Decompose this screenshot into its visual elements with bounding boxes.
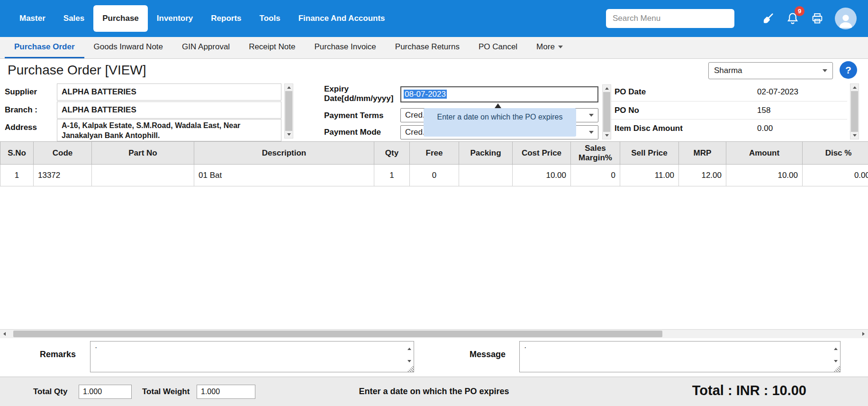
remarks-label: Remarks bbox=[40, 350, 76, 360]
po-no-value: 158 bbox=[757, 106, 770, 115]
supplier-panel-scrollbar[interactable] bbox=[284, 83, 293, 138]
payment-panel-scrollbar[interactable] bbox=[602, 84, 611, 139]
scroll-left-icon[interactable] bbox=[0, 330, 9, 338]
col-header-sell-price: Sell Price bbox=[620, 142, 679, 165]
scroll-up-icon[interactable] bbox=[850, 84, 859, 91]
tab-receipt-note[interactable]: Receipt Note bbox=[239, 37, 305, 58]
remarks-message-row: Remarks · Message · bbox=[0, 338, 868, 377]
message-label: Message bbox=[470, 350, 506, 360]
table-header-row: S.No Code Part No Description Qty Free P… bbox=[0, 142, 868, 165]
resize-grip-icon[interactable] bbox=[833, 365, 840, 372]
scrollbar-thumb[interactable] bbox=[603, 92, 610, 132]
scroll-down-icon[interactable] bbox=[834, 356, 838, 364]
avatar-icon bbox=[836, 10, 855, 29]
supplier-label: Supplier bbox=[5, 87, 37, 97]
chevron-down-icon bbox=[589, 114, 594, 117]
nav-item-purchase[interactable]: Purchase bbox=[93, 5, 148, 32]
scroll-down-icon[interactable] bbox=[850, 132, 859, 139]
col-header-qty: Qty bbox=[374, 142, 410, 165]
user-avatar-button[interactable] bbox=[835, 8, 857, 29]
nav-item-sales[interactable]: Sales bbox=[54, 5, 93, 32]
scroll-down-icon[interactable] bbox=[407, 356, 411, 364]
scroll-up-icon[interactable] bbox=[834, 343, 838, 352]
user-filter-select[interactable]: Sharma bbox=[708, 62, 833, 79]
branch-field[interactable]: ALPHA BATTERIES bbox=[57, 102, 281, 119]
cell-disc: 0.00 bbox=[803, 165, 868, 186]
print-button[interactable] bbox=[807, 8, 827, 29]
totals-bar: Total Qty Total Weight Enter a date on w… bbox=[0, 377, 868, 406]
expiry-date-input[interactable]: 08-07-2023 bbox=[400, 86, 598, 102]
tab-purchase-returns[interactable]: Purchase Returns bbox=[386, 37, 469, 58]
cell-description: 01 Bat bbox=[194, 165, 374, 186]
notifications-button[interactable]: 9 bbox=[783, 8, 803, 29]
tab-goods-inward-note[interactable]: Goods Inward Note bbox=[84, 37, 172, 58]
notification-badge: 9 bbox=[795, 6, 805, 16]
scroll-up-icon[interactable] bbox=[603, 85, 611, 92]
item-disc-amount-value: 0.00 bbox=[757, 124, 773, 133]
nav-item-finance-and-accounts[interactable]: Finance And Accounts bbox=[289, 5, 394, 32]
col-header-cost-price: Cost Price bbox=[513, 142, 571, 165]
tooltip-caret-icon bbox=[495, 103, 501, 108]
theme-brush-button[interactable] bbox=[758, 8, 778, 29]
cell-sales-margin: 0 bbox=[571, 165, 620, 186]
menu-search bbox=[606, 9, 734, 28]
tab-purchase-order[interactable]: Purchase Order bbox=[5, 37, 84, 58]
expiry-date-tooltip: Enter a date on which the PO expires bbox=[424, 108, 576, 137]
row-divider bbox=[611, 119, 847, 120]
remarks-text: · bbox=[95, 343, 97, 351]
title-row: Purchase Order [VIEW] Sharma ? bbox=[0, 59, 868, 83]
col-header-packing: Packing bbox=[459, 142, 513, 165]
tab-purchase-invoice[interactable]: Purchase Invoice bbox=[305, 37, 385, 58]
printer-icon bbox=[811, 12, 824, 25]
po-info-scrollbar[interactable] bbox=[850, 83, 859, 139]
scrollbar-thumb[interactable] bbox=[851, 91, 858, 132]
branch-label: Branch : bbox=[5, 105, 37, 115]
cell-mrp: 12.00 bbox=[679, 165, 726, 186]
search-input[interactable] bbox=[606, 9, 734, 28]
remarks-textarea[interactable]: · bbox=[90, 341, 414, 372]
po-header-form: Supplier ALPHA BATTERIES Branch : ALPHA … bbox=[0, 83, 868, 141]
cell-part-no bbox=[92, 165, 194, 186]
expiry-date-selected-text: 08-07-2023 bbox=[404, 90, 447, 99]
po-date-value: 02-07-2023 bbox=[757, 87, 798, 97]
chevron-down-icon bbox=[589, 131, 594, 134]
tab-more[interactable]: More bbox=[527, 37, 572, 58]
col-header-code: Code bbox=[34, 142, 92, 165]
nav-item-reports[interactable]: Reports bbox=[202, 5, 250, 32]
cell-free: 0 bbox=[410, 165, 459, 186]
cell-sell-price: 11.00 bbox=[620, 165, 679, 186]
message-textarea[interactable]: · bbox=[519, 341, 841, 372]
scroll-right-icon[interactable] bbox=[859, 330, 868, 338]
nav-item-tools[interactable]: Tools bbox=[251, 5, 289, 32]
resize-grip-icon[interactable] bbox=[407, 365, 414, 372]
tooltip-text: Enter a date on which the PO expires bbox=[437, 113, 562, 121]
scroll-down-icon[interactable] bbox=[285, 131, 293, 138]
col-header-sno: S.No bbox=[0, 142, 34, 165]
scrollbar-thumb[interactable] bbox=[13, 331, 662, 337]
table-row[interactable]: 1 13372 01 Bat 1 0 10.00 0 11.00 12.00 1… bbox=[0, 165, 868, 186]
help-button[interactable]: ? bbox=[840, 61, 857, 79]
supplier-field[interactable]: ALPHA BATTERIES bbox=[57, 83, 281, 101]
table-horizontal-scrollbar[interactable] bbox=[0, 329, 868, 338]
scroll-up-icon[interactable] bbox=[285, 84, 293, 91]
col-header-mrp: MRP bbox=[679, 142, 726, 165]
cell-qty: 1 bbox=[374, 165, 410, 186]
scroll-up-icon[interactable] bbox=[407, 343, 411, 352]
tab-gin-approval[interactable]: GIN Approval bbox=[172, 37, 239, 58]
nav-item-master[interactable]: Master bbox=[10, 5, 54, 32]
col-header-free: Free bbox=[410, 142, 459, 165]
scrollbar-thumb[interactable] bbox=[285, 91, 292, 131]
cell-packing bbox=[459, 165, 513, 186]
cell-code: 13372 bbox=[34, 165, 92, 186]
scroll-down-icon[interactable] bbox=[603, 132, 611, 139]
payment-terms-label: Payment Terms bbox=[324, 111, 383, 120]
po-no-label: PO No bbox=[615, 106, 639, 115]
page-title: Purchase Order [VIEW] bbox=[8, 63, 146, 78]
cell-cost-price: 10.00 bbox=[513, 165, 571, 186]
col-header-part-no: Part No bbox=[92, 142, 194, 165]
tab-po-cancel[interactable]: PO Cancel bbox=[469, 37, 527, 58]
address-field[interactable]: A-16, Kalpak Estate, S.M.Road, Wadala Ea… bbox=[57, 119, 281, 141]
chevron-down-icon bbox=[823, 69, 827, 72]
top-navigation-bar: Master Sales Purchase Inventory Reports … bbox=[0, 0, 868, 37]
nav-item-inventory[interactable]: Inventory bbox=[148, 5, 202, 32]
